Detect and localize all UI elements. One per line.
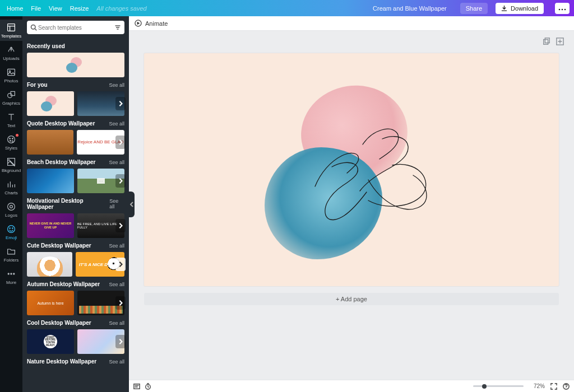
rail-logos[interactable]: Logos [0, 199, 22, 220]
see-all-link[interactable]: See all [109, 160, 124, 165]
rail-label: Text [7, 123, 16, 128]
rail-uploads[interactable]: Uploads [0, 42, 22, 63]
template-thumb[interactable] [27, 91, 74, 116]
download-button[interactable]: Download [496, 3, 544, 14]
animate-icon [135, 20, 142, 27]
see-all-link[interactable]: See all [109, 198, 124, 209]
download-icon [501, 5, 507, 11]
more-button[interactable] [555, 3, 570, 14]
svg-point-2 [564, 8, 566, 10]
section-title: Motivational Desktop Wallpaper [27, 198, 109, 210]
graphics-icon [7, 90, 16, 99]
top-bar: Home File View Resize All changes saved … [0, 0, 574, 16]
section-title: Recently used [27, 43, 65, 49]
see-all-link[interactable]: See all [109, 82, 124, 88]
rail-text[interactable]: Text [0, 109, 22, 130]
see-all-link[interactable]: See all [109, 359, 124, 365]
rail-graphics[interactable]: Graphics [0, 87, 22, 108]
see-all-link[interactable]: See all [109, 243, 124, 249]
section-title: For you [27, 82, 48, 88]
row-next-button[interactable] [115, 296, 126, 310]
rail-more[interactable]: More [0, 266, 22, 287]
artwork[interactable] [267, 80, 436, 259]
share-button[interactable]: Share [460, 3, 488, 14]
templates-panel: Recently used For youSee all Quote Deskt… [22, 16, 129, 392]
canvas-area: Animate + Add page [129, 16, 574, 392]
rail-label: Styles [5, 146, 17, 151]
svg-rect-3 [8, 24, 15, 31]
add-page-icon[interactable] [556, 38, 564, 45]
zoom-value: 72% [529, 383, 545, 389]
menu-resize[interactable]: Resize [70, 5, 89, 12]
duration-icon[interactable] [145, 383, 151, 390]
menu-file[interactable]: File [31, 5, 41, 12]
template-thumb[interactable]: START BEFORE YOU'RE READY [27, 329, 74, 354]
main-area: Templates Uploads Photos Graphics Text S… [0, 16, 574, 392]
template-thumb[interactable]: NEVER GIVE IN AND NEVER GIVE UP [27, 213, 74, 238]
row-next-button[interactable] [115, 335, 126, 348]
bkground-icon [7, 157, 16, 166]
section-title: Nature Desktop Wallpaper [27, 358, 96, 365]
charts-icon [7, 180, 16, 189]
see-all-link[interactable]: See all [109, 282, 124, 287]
document-name[interactable]: Cream and Blue Wallpaper [373, 5, 447, 12]
search-box[interactable] [27, 21, 124, 34]
download-label: Download [511, 5, 538, 12]
rail-folders[interactable]: Folders [0, 244, 22, 265]
rail-charts[interactable]: Charts [0, 176, 22, 198]
search-icon [30, 24, 37, 31]
badge-dot [16, 134, 18, 137]
rail-styles[interactable]: Styles [0, 132, 22, 153]
emoji-icon [7, 225, 16, 234]
row-next-button[interactable] [115, 258, 126, 271]
row-next-button[interactable] [115, 219, 126, 232]
rail-bkground[interactable]: Bkground [0, 154, 22, 175]
row-next-button[interactable] [115, 174, 126, 188]
more-icon [7, 269, 16, 278]
animate-label: Animate [145, 20, 168, 27]
filter-icon[interactable] [114, 24, 121, 31]
design-page[interactable] [144, 53, 559, 286]
animate-button[interactable]: Animate [135, 20, 168, 27]
svg-point-20 [13, 273, 15, 274]
rail-label: Templates [1, 34, 21, 39]
duplicate-page-icon[interactable] [543, 38, 550, 45]
section-title: Cool Desktop Wallpaper [27, 320, 91, 326]
side-rail: Templates Uploads Photos Graphics Text S… [0, 16, 22, 392]
rail-label: Emoji [6, 235, 17, 240]
fullscreen-icon[interactable] [550, 383, 557, 390]
search-input[interactable] [37, 24, 112, 31]
page-tools [543, 38, 564, 45]
section-title: Autumn Desktop Wallpaper [27, 281, 100, 287]
rail-templates[interactable]: Templates [0, 20, 22, 41]
rail-photos[interactable]: Photos [0, 64, 22, 86]
svg-rect-24 [545, 38, 549, 43]
rail-label: Logos [5, 213, 17, 218]
template-thumb[interactable]: Autumn is here [27, 291, 74, 315]
svg-rect-23 [544, 40, 548, 45]
add-page-button[interactable]: + Add page [144, 293, 559, 305]
help-icon[interactable] [563, 383, 570, 390]
panel-scroll[interactable]: Recently used For youSee all Quote Deskt… [22, 39, 129, 392]
template-thumb[interactable] [27, 130, 73, 155]
template-thumb[interactable] [27, 53, 124, 77]
svg-rect-26 [134, 384, 140, 389]
home-label: Home [7, 5, 23, 12]
zoom-slider[interactable] [473, 385, 524, 387]
canvas-viewport[interactable]: + Add page [129, 31, 574, 380]
svg-point-18 [8, 273, 9, 274]
menu-view[interactable]: View [49, 5, 62, 12]
section-title: Beach Desktop Wallpaper [27, 159, 95, 165]
rail-emoji[interactable]: Emoji [0, 221, 22, 242]
rail-label: Folders [4, 258, 19, 263]
template-thumb[interactable] [27, 252, 72, 277]
home-button[interactable]: Home [4, 5, 23, 12]
see-all-link[interactable]: See all [109, 121, 124, 127]
rail-label: Uploads [3, 56, 19, 61]
template-thumb[interactable] [27, 169, 74, 193]
row-next-button[interactable] [115, 136, 126, 149]
row-next-button[interactable] [115, 97, 126, 110]
notes-icon[interactable] [133, 383, 140, 390]
see-all-link[interactable]: See all [109, 320, 124, 326]
ellipsis-icon [558, 8, 566, 11]
